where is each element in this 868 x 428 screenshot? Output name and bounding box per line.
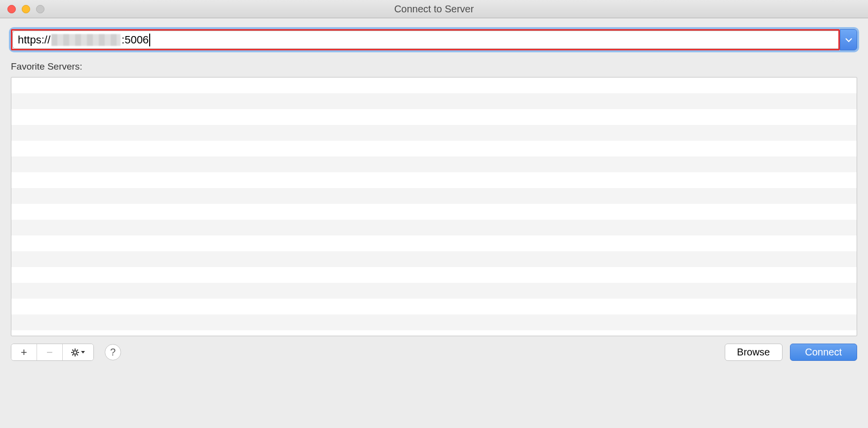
address-obscured-host xyxy=(51,34,121,46)
minus-icon: − xyxy=(46,346,53,359)
gear-icon xyxy=(70,348,86,357)
window-maximize-button xyxy=(36,5,44,13)
window-title: Connect to Server xyxy=(394,3,474,15)
svg-point-0 xyxy=(74,350,77,354)
list-item[interactable] xyxy=(11,330,857,336)
list-item[interactable] xyxy=(11,78,857,93)
title-bar: Connect to Server xyxy=(0,0,868,18)
add-favorite-button[interactable]: + xyxy=(11,344,37,360)
list-item[interactable] xyxy=(11,172,857,188)
svg-line-6 xyxy=(77,354,78,355)
address-prefix: https:// xyxy=(18,34,50,46)
list-item[interactable] xyxy=(11,314,857,330)
favorites-list[interactable] xyxy=(11,77,857,336)
address-row: https:// :5006 xyxy=(11,29,857,50)
list-item[interactable] xyxy=(11,299,857,314)
list-item[interactable] xyxy=(11,156,857,172)
server-address-input[interactable]: https:// :5006 xyxy=(12,31,838,49)
help-icon: ? xyxy=(110,347,116,358)
actions-menu-button[interactable] xyxy=(63,344,93,360)
chevron-down-icon xyxy=(81,351,85,353)
list-item[interactable] xyxy=(11,204,857,220)
list-item[interactable] xyxy=(11,235,857,251)
toolbar-group: + − xyxy=(11,344,94,361)
list-item[interactable] xyxy=(11,141,857,156)
connect-button[interactable]: Connect xyxy=(790,344,858,361)
remove-favorite-button: − xyxy=(37,344,63,360)
chevron-down-icon xyxy=(845,38,852,42)
browse-button[interactable]: Browse xyxy=(725,344,783,361)
list-item[interactable] xyxy=(11,109,857,125)
svg-line-7 xyxy=(77,350,78,350)
address-history-dropdown[interactable] xyxy=(840,29,857,50)
favorites-label: Favorite Servers: xyxy=(11,61,857,72)
window-close-button[interactable] xyxy=(7,5,16,13)
window-minimize-button[interactable] xyxy=(22,5,30,13)
plus-icon: + xyxy=(21,346,27,359)
address-highlight: https:// :5006 xyxy=(11,29,840,50)
address-port: :5006 xyxy=(122,34,149,46)
list-item[interactable] xyxy=(11,125,857,141)
list-item[interactable] xyxy=(11,251,857,267)
svg-line-8 xyxy=(72,354,73,355)
list-item[interactable] xyxy=(11,283,857,299)
svg-line-5 xyxy=(72,350,73,350)
bottom-bar: + − xyxy=(11,336,857,361)
list-item[interactable] xyxy=(11,93,857,109)
content-area: https:// :5006 Favorite Servers: + − xyxy=(0,18,868,372)
text-cursor xyxy=(149,34,150,46)
help-button[interactable]: ? xyxy=(105,344,121,360)
traffic-lights xyxy=(0,5,44,13)
list-item[interactable] xyxy=(11,220,857,235)
list-item[interactable] xyxy=(11,267,857,283)
list-item[interactable] xyxy=(11,188,857,204)
